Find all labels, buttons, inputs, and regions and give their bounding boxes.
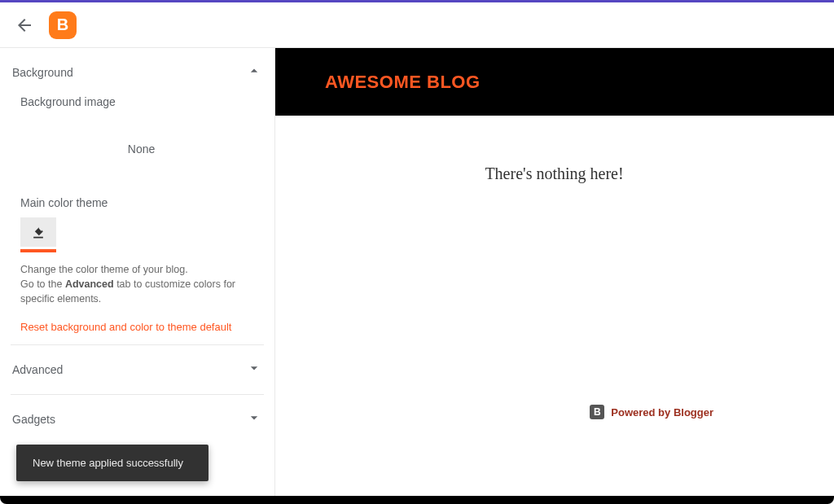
color-theme-swatch[interactable] [20, 217, 56, 247]
blog-header: AWESOME BLOG [274, 48, 834, 116]
powered-by-blogger[interactable]: B Powered by Blogger [590, 405, 713, 419]
logo-letter: B [57, 15, 68, 34]
empty-message: There's nothing here! [274, 116, 834, 183]
back-button[interactable] [15, 15, 34, 35]
gadgets-title: Gadgets [12, 413, 55, 426]
blog-title: AWESOME BLOG [325, 72, 481, 93]
background-image-value[interactable]: None [20, 126, 262, 196]
vertical-divider [274, 47, 275, 504]
bottom-border [0, 496, 834, 504]
main-color-theme-label: Main color theme [20, 196, 262, 217]
toast-message: New theme applied successfully [33, 457, 183, 469]
toast-notification: New theme applied successfully [16, 445, 208, 481]
powered-letter: B [594, 406, 601, 418]
background-section-header[interactable]: Background [0, 48, 274, 92]
blogger-logo[interactable]: B [49, 11, 77, 39]
advanced-title: Advanced [12, 363, 63, 376]
chevron-down-icon [246, 410, 262, 429]
paint-bucket-icon [30, 224, 46, 240]
gadgets-section-header[interactable]: Gadgets [0, 395, 274, 444]
blogger-small-icon: B [590, 405, 604, 419]
color-theme-help-text: Change the color theme of your blog. Go … [20, 252, 262, 306]
background-title: Background [12, 66, 73, 79]
app-header: B [0, 2, 834, 47]
blog-preview: AWESOME BLOG There's nothing here! [274, 48, 834, 504]
chevron-up-icon [246, 63, 262, 82]
chevron-down-icon [246, 360, 262, 379]
reset-background-link[interactable]: Reset background and color to theme defa… [0, 306, 274, 344]
sidebar: Background Background image None Main co… [0, 48, 274, 504]
advanced-section-header[interactable]: Advanced [0, 345, 274, 394]
help-line1: Change the color theme of your blog. [20, 264, 188, 275]
powered-text: Powered by Blogger [611, 406, 713, 419]
help-line2b: Advanced [65, 278, 114, 290]
background-image-subsection: Background image None Main color theme C… [0, 92, 274, 306]
background-image-label: Background image [20, 92, 262, 126]
help-line2a: Go to the [20, 278, 65, 290]
arrow-left-icon [15, 15, 34, 35]
main-container: Background Background image None Main co… [0, 48, 834, 504]
